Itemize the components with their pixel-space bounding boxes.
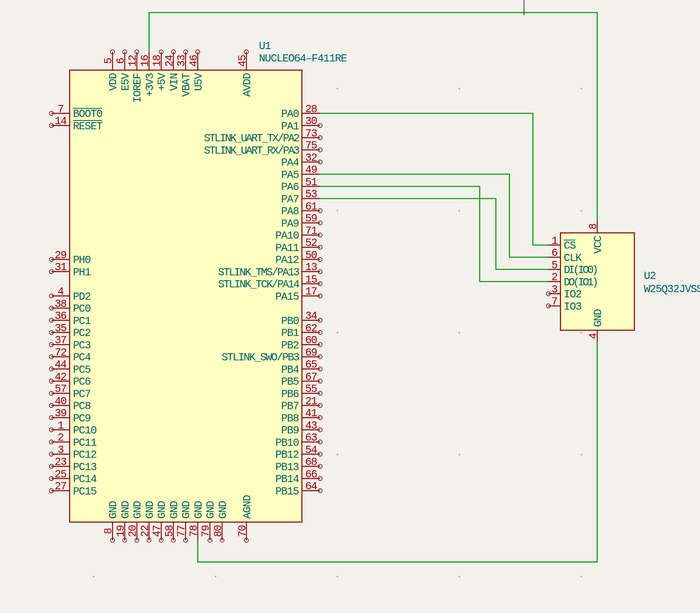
svg-text:2: 2	[552, 271, 558, 283]
svg-text:PA7: PA7	[281, 194, 299, 206]
svg-text:STLINK_SWO/PB3: STLINK_SWO/PB3	[221, 352, 299, 364]
svg-text:18: 18	[151, 55, 163, 67]
svg-text:8: 8	[587, 224, 599, 230]
svg-text:PC14: PC14	[73, 473, 97, 485]
svg-text:12: 12	[127, 55, 139, 67]
svg-text:VDD: VDD	[107, 73, 119, 91]
svg-text:38: 38	[55, 298, 67, 310]
svg-text:IOREF: IOREF	[132, 73, 144, 103]
svg-text:78: 78	[188, 525, 200, 537]
svg-text:PC7: PC7	[73, 388, 91, 400]
svg-text:IO2: IO2	[564, 289, 581, 301]
svg-text:6: 6	[552, 247, 558, 259]
svg-text:57: 57	[55, 383, 67, 395]
svg-text:PA0: PA0	[281, 108, 299, 120]
svg-text:PC9: PC9	[73, 413, 91, 425]
svg-text:BOOT0: BOOT0	[73, 108, 103, 120]
svg-text:STLINK_UART_RX/PA3: STLINK_UART_RX/PA3	[204, 145, 299, 157]
svg-text:PB9: PB9	[281, 425, 299, 437]
svg-text:72: 72	[55, 347, 67, 359]
svg-text:39: 39	[55, 407, 67, 419]
svg-text:75: 75	[305, 140, 317, 152]
svg-text:GND: GND	[592, 309, 604, 327]
svg-text:PH0: PH0	[73, 254, 91, 266]
svg-text:53: 53	[305, 188, 317, 200]
svg-text:19: 19	[115, 525, 127, 537]
svg-text:PA12: PA12	[275, 254, 299, 266]
svg-text:+5V: +5V	[156, 73, 168, 91]
svg-text:AGND: AGND	[241, 495, 253, 519]
svg-text:U5V: U5V	[193, 73, 205, 91]
svg-text:STLINK_TCK/PA14: STLINK_TCK/PA14	[218, 279, 299, 291]
svg-text:PA1: PA1	[281, 121, 299, 132]
svg-text:GND: GND	[120, 501, 132, 519]
svg-text:VBAT: VBAT	[180, 73, 192, 97]
svg-text:PB14: PB14	[275, 473, 299, 485]
svg-text:7: 7	[57, 103, 63, 115]
svg-text:PB1: PB1	[281, 327, 299, 339]
svg-text:GND: GND	[193, 501, 205, 519]
svg-text:U1: U1	[259, 40, 271, 52]
svg-text:PA11: PA11	[275, 242, 299, 254]
svg-text:14: 14	[55, 115, 67, 127]
svg-text:59: 59	[305, 213, 317, 225]
svg-text:PB5: PB5	[281, 376, 299, 388]
svg-text:PC12: PC12	[73, 449, 97, 461]
svg-text:47: 47	[151, 525, 163, 537]
svg-text:71: 71	[305, 225, 317, 237]
svg-text:50: 50	[305, 249, 317, 261]
svg-text:PA4: PA4	[281, 157, 299, 169]
svg-text:PC4: PC4	[73, 352, 91, 364]
svg-text:PA5: PA5	[281, 169, 299, 181]
svg-text:STLINK_UART_TX/PA2: STLINK_UART_TX/PA2	[204, 132, 299, 144]
svg-text:52: 52	[305, 237, 317, 249]
svg-text:43: 43	[305, 420, 317, 432]
svg-text:15: 15	[305, 274, 317, 286]
svg-text:PC6: PC6	[73, 376, 91, 388]
svg-text:STLINK_TMS/PA13: STLINK_TMS/PA13	[218, 267, 299, 279]
svg-text:PC11: PC11	[73, 437, 97, 449]
svg-text:6: 6	[115, 58, 127, 64]
svg-text:PC13: PC13	[73, 461, 97, 473]
svg-text:33: 33	[176, 55, 188, 67]
svg-text:5: 5	[552, 259, 558, 271]
svg-text:GND: GND	[180, 501, 192, 519]
svg-text:PA10: PA10	[275, 230, 299, 242]
svg-text:GND: GND	[168, 501, 180, 519]
svg-text:49: 49	[305, 164, 317, 176]
svg-text:2: 2	[57, 432, 63, 444]
svg-text:GND: GND	[205, 501, 217, 519]
svg-text:41: 41	[305, 407, 317, 419]
svg-text:1: 1	[57, 420, 63, 432]
svg-text:30: 30	[305, 115, 317, 127]
svg-text:27: 27	[55, 481, 67, 492]
svg-text:PB15: PB15	[275, 486, 299, 498]
svg-text:U2: U2	[644, 270, 656, 282]
svg-text:GND: GND	[217, 501, 229, 519]
svg-text:42: 42	[55, 371, 67, 383]
svg-text:62: 62	[305, 322, 317, 334]
svg-text:34: 34	[305, 310, 317, 322]
svg-text:16: 16	[139, 55, 151, 67]
svg-text:PD2: PD2	[73, 291, 91, 303]
svg-text:3: 3	[552, 284, 558, 296]
svg-text:CLK: CLK	[564, 252, 582, 264]
svg-text:54: 54	[305, 444, 317, 456]
svg-text:66: 66	[305, 469, 317, 481]
svg-text:RESET: RESET	[73, 121, 103, 132]
svg-text:3: 3	[57, 444, 63, 456]
svg-text:IO3: IO3	[564, 301, 581, 313]
svg-text:45: 45	[237, 55, 249, 67]
svg-text:65: 65	[305, 359, 317, 371]
svg-text:73: 73	[305, 128, 317, 140]
svg-text:77: 77	[176, 525, 188, 537]
svg-text:VIN: VIN	[168, 73, 180, 91]
svg-text:28: 28	[305, 103, 317, 115]
svg-text:PB0: PB0	[281, 315, 299, 327]
svg-text:GND: GND	[156, 501, 168, 519]
svg-text:PB7: PB7	[281, 400, 299, 412]
svg-text:7: 7	[552, 296, 558, 308]
svg-text:68: 68	[305, 456, 317, 468]
svg-text:+3V3: +3V3	[144, 73, 156, 97]
svg-text:PB4: PB4	[281, 364, 299, 376]
